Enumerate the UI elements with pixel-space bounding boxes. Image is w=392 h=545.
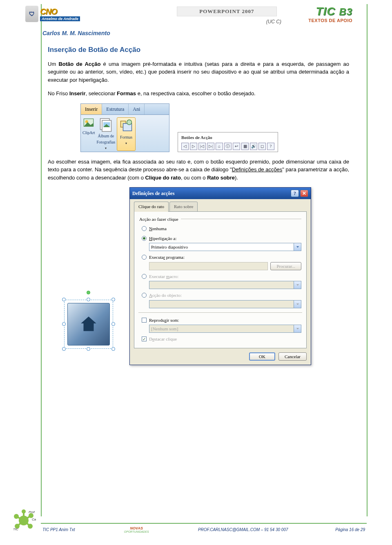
dropdown-arrow-icon: ▾ (105, 146, 107, 151)
resize-handle[interactable] (62, 298, 66, 301)
tic-text: TIC (316, 5, 335, 18)
dropdown-arrow-icon (294, 300, 301, 308)
browse-button: Procurar... (270, 262, 301, 270)
ok-button[interactable]: OK (249, 352, 275, 361)
dialog-title-text: Definições de acções (132, 190, 174, 197)
action-button-return[interactable]: ↩ (233, 143, 240, 150)
radio-execute-program[interactable]: Executar programa: (142, 254, 301, 261)
action-button-first[interactable]: |◁ (198, 143, 206, 150)
tab-rato-sobre[interactable]: Rato sobre (169, 202, 198, 212)
dropdown-arrow-icon: ▾ (125, 141, 127, 146)
action-button-back[interactable]: ◁ (181, 143, 189, 150)
cno-logo: 🛡 CNO Anselmo de Andrade (25, 6, 80, 22)
footer-email: PROF.CARLNASC@GMAIL.COM – 91 54 30 007 (198, 527, 288, 532)
home-shape (67, 303, 110, 345)
radio-execute-macro: Executar macro: (142, 273, 301, 280)
paragraph-2: No Friso Inserir, seleccionar Formas e, … (48, 90, 349, 98)
ribbon-group-album[interactable]: Álbum de Fotografias ▾ (97, 117, 116, 151)
ribbon-panel: Inserir Estrutura Ani ClipArt (80, 103, 169, 152)
course-badge: TIC B3 TEXTOS DE APOIO (308, 5, 352, 23)
svg-text:TIC: TIC (13, 527, 18, 531)
page-header: 🛡 CNO Anselmo de Andrade POWERPOINT 2007… (25, 4, 370, 35)
radio-hyperlink[interactable]: Hiperligação a: (142, 235, 301, 242)
ribbon-group-formas[interactable]: Formas ▾ (117, 117, 136, 151)
tab-clique-rato[interactable]: Clique do rato (134, 202, 169, 212)
close-button[interactable]: ✕ (300, 190, 308, 197)
paragraph-1: Um Botão de Acção é uma imagem pré-forma… (48, 60, 349, 84)
ucc-label: (UC C) (266, 19, 281, 25)
hyperlink-combo[interactable] (149, 243, 301, 251)
document-title: POWERPOINT 2007 (177, 7, 276, 16)
program-path-field (149, 262, 268, 270)
radio-icon (142, 226, 147, 231)
action-button-preview[interactable] (64, 300, 113, 349)
svg-point-5 (127, 120, 132, 125)
radio-object-action: Acção do objecto: (142, 292, 301, 299)
page-footer: TIC PP1 Anim Txt NOVAS OPORTUNIDADES PRO… (41, 520, 367, 537)
dialog-titlebar[interactable]: Definições de acções ? ✕ (130, 188, 311, 199)
radio-icon (142, 293, 147, 298)
checkbox-highlight-click: ✓ Destacar clique (142, 336, 301, 343)
resize-handle[interactable] (62, 322, 66, 326)
action-button-sound[interactable]: 🔊 (250, 143, 257, 150)
resize-handle[interactable] (111, 298, 115, 301)
footer-doc-name: TIC PP1 Anim Txt (42, 527, 75, 532)
cno-text: CNO (40, 7, 80, 16)
action-button-movie[interactable]: ▦ (241, 143, 249, 150)
resize-handle[interactable] (87, 347, 90, 351)
action-settings-dialog: Definições de acções ? ✕ Clique do rato … (129, 187, 311, 365)
resize-handle[interactable] (111, 322, 115, 326)
shapes-icon (119, 119, 134, 133)
home-icon (78, 314, 99, 334)
hyperlink-value[interactable] (149, 243, 294, 251)
album-icon (98, 117, 113, 132)
radio-none[interactable]: Nenhuma (142, 225, 301, 232)
svg-text:Carl: Carl (32, 518, 36, 521)
section-title: Inserção de Botão de Acção (48, 45, 349, 55)
help-button[interactable]: ? (291, 190, 299, 197)
object-action-value (149, 300, 294, 308)
dropdown-arrow-icon[interactable] (294, 243, 301, 251)
radio-icon (142, 255, 147, 260)
action-button-info[interactable]: ⓘ (224, 143, 232, 150)
ribbon-tab-ani[interactable]: Ani (129, 104, 145, 114)
rotate-handle[interactable] (87, 291, 90, 294)
resize-handle[interactable] (62, 347, 66, 351)
checkbox-play-sound[interactable]: Reproduzir som: (142, 317, 301, 324)
clipart-icon (83, 117, 94, 129)
svg-text:Prof: Prof (29, 510, 35, 514)
page-border-left (41, 4, 42, 516)
textos-apoio: TEXTOS DE APOIO (308, 18, 352, 23)
separator (138, 312, 302, 313)
sound-value (149, 325, 294, 333)
radio-icon (142, 274, 147, 279)
novas-oportunidades-logo: NOVAS OPORTUNIDADES (122, 523, 151, 536)
paragraph-3: Ao escolher essa imagem, ela fica associ… (48, 158, 349, 182)
dropdown-arrow-icon (294, 325, 301, 333)
action-button-last[interactable]: ▷| (207, 143, 214, 150)
object-action-combo (149, 300, 301, 308)
macro-value (149, 281, 294, 289)
shapes-gallery-title: Botões de Acção (181, 134, 274, 141)
action-button-forward[interactable]: ▷ (190, 143, 197, 150)
resize-handle[interactable] (87, 298, 90, 301)
cno-subtitle: Anselmo de Andrade (40, 16, 80, 21)
dropdown-arrow-icon (294, 281, 301, 289)
ribbon-tab-estrutura[interactable]: Estrutura (102, 104, 129, 114)
fieldset-legend: Acção ao fazer clique (139, 216, 301, 223)
checkbox-icon: ✓ (142, 336, 147, 341)
action-button-home[interactable]: ⌂ (216, 143, 223, 150)
action-button-help[interactable]: ? (267, 143, 274, 150)
macro-combo (149, 281, 301, 289)
footer-page-number: Página 16 de 29 (335, 527, 365, 532)
ribbon-group-clipart[interactable]: ClipArt (82, 117, 95, 151)
resize-handle[interactable] (111, 347, 115, 351)
checkbox-icon (142, 318, 147, 323)
cancel-button[interactable]: Cancelar (278, 352, 307, 361)
ribbon-tab-inserir[interactable]: Inserir (81, 104, 102, 114)
radio-icon (142, 236, 147, 241)
cno-badge: 🛡 (25, 6, 38, 22)
action-button-blank[interactable]: ◻ (258, 143, 266, 150)
shapes-gallery: Botões de Acção ◁ ▷ |◁ ▷| ⌂ ⓘ ↩ ▦ 🔊 ◻ ? (178, 132, 278, 152)
ribbon-illustration: Inserir Estrutura Ani ClipArt (80, 103, 349, 152)
